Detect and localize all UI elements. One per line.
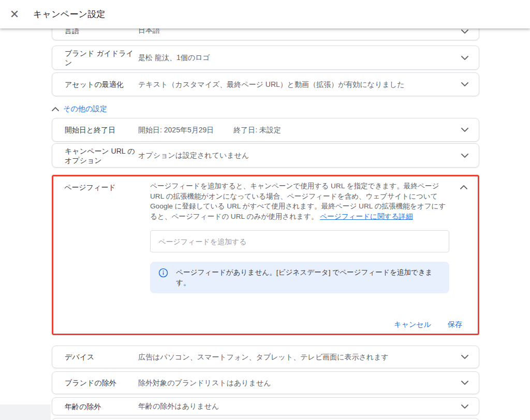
setting-row-brand-guidelines[interactable]: ブランド ガイドライン 是松 龍汰、1個のロゴ (52, 46, 479, 70)
page-feed-input[interactable] (150, 230, 449, 252)
setting-row-next-partial (52, 418, 479, 420)
setting-label: アセットの最適化 (52, 80, 138, 89)
page-feed-actions: キャンセル 保存 (388, 317, 468, 333)
setting-row-start-end-dates[interactable]: 開始日と終了日 開始日: 2025年5月29日終了日: 未設定 (52, 118, 479, 142)
setting-value: 開始日: 2025年5月29日終了日: 未設定 (138, 125, 479, 135)
setting-label: デバイス (52, 352, 138, 362)
chevron-up-icon (52, 107, 59, 111)
setting-label: 開始日と終了日 (52, 125, 138, 134)
start-date-value: 開始日: 2025年5月29日 (138, 126, 214, 134)
setting-value: 是松 龍汰、1個のロゴ (138, 53, 479, 63)
cancel-button[interactable]: キャンセル (388, 317, 437, 333)
chevron-down-icon[interactable] (461, 29, 468, 34)
chevron-down-icon[interactable] (461, 355, 468, 359)
chevron-down-icon[interactable] (461, 82, 468, 86)
setting-label: キャンペーン URL のオプション (52, 146, 138, 165)
page-feed-description: ページフィードを追加すると、キャンペーンで使用する URL を指定できます。最終… (150, 181, 451, 221)
setting-label: 年齢の除外 (52, 402, 138, 411)
other-settings-toggle[interactable]: その他の設定 (52, 104, 107, 114)
chevron-up-icon[interactable] (460, 185, 467, 189)
panel-header: ✕ キャンペーン設定 (0, 0, 530, 28)
setting-row-age-exclusions[interactable]: 年齢の除外 年齢の除外はありません (52, 397, 479, 415)
setting-value: 広告はパソコン、スマートフォン、タブレット、テレビ画面に表示されます (138, 352, 479, 362)
setting-row-asset-optimization[interactable]: アセットの最適化 テキスト（カスタマイズ、最終ページ URL）と動画（拡張）が有… (52, 72, 479, 96)
other-settings-label: その他の設定 (63, 104, 107, 114)
setting-row-brand-exclusions[interactable]: ブランドの除外 除外対象のブランドリストはありません (52, 371, 479, 394)
campaign-settings-panel: 言語 日本語 ブランド ガイドライン 是松 龍汰、1個のロゴ アセットの最適化 … (0, 0, 530, 420)
info-text: ページフィードがありません。[ビジネスデータ] でページフィードを追加できます。 (176, 267, 440, 288)
chevron-down-icon[interactable] (461, 154, 468, 158)
end-date-value: 終了日: 未設定 (233, 126, 281, 134)
setting-value: テキスト（カスタマイズ、最終ページ URL）と動画（拡張）が有効になりました (138, 80, 479, 89)
setting-label: ブランドの除外 (52, 378, 138, 387)
background-strip (0, 404, 51, 420)
page-feed-help-link[interactable]: ページフィードに関する詳細 (320, 213, 413, 220)
close-icon[interactable]: ✕ (8, 8, 21, 21)
setting-label: ページフィード (64, 183, 116, 192)
setting-row-campaign-url-options[interactable]: キャンペーン URL のオプション オプションは設定されていません (52, 143, 479, 168)
info-icon (158, 268, 168, 288)
chevron-down-icon[interactable] (461, 128, 468, 132)
setting-value: オプションは設定されていません (138, 151, 479, 160)
chevron-down-icon[interactable] (461, 56, 468, 60)
page-feed-info-banner: ページフィードがありません。[ビジネスデータ] でページフィードを追加できます。 (150, 262, 449, 293)
setting-label: ブランド ガイドライン (52, 49, 138, 67)
page-title: キャンペーン設定 (33, 8, 106, 20)
setting-section-page-feed: ページフィード ページフィードを追加すると、キャンペーンで使用する URL を指… (52, 175, 479, 335)
setting-value: 年齢の除外はありません (138, 401, 479, 411)
chevron-down-icon[interactable] (461, 404, 468, 409)
setting-row-devices[interactable]: デバイス 広告はパソコン、スマートフォン、タブレット、テレビ画面に表示されます (52, 346, 479, 368)
chevron-down-icon[interactable] (461, 381, 468, 385)
setting-value: 除外対象のブランドリストはありません (138, 378, 479, 388)
save-button[interactable]: 保存 (441, 317, 468, 333)
